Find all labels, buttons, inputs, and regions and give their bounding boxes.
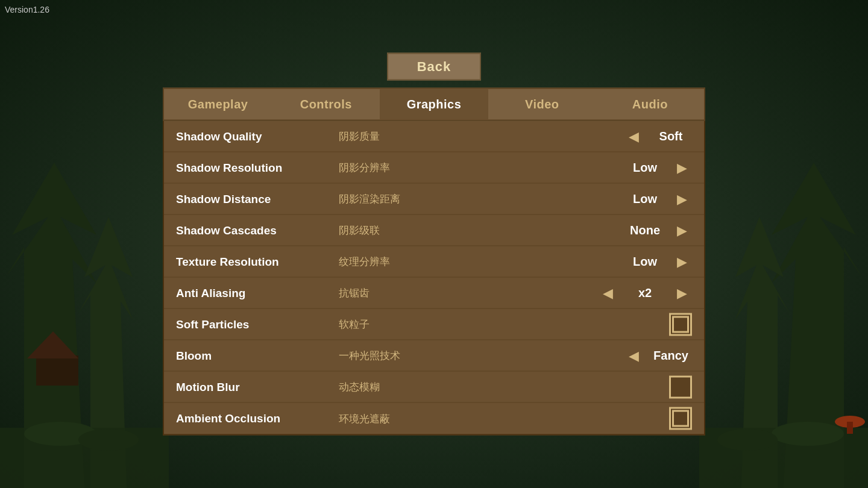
setting-row-shadow-distance: Shadow Distance 阴影渲染距离 Low: [164, 184, 704, 215]
tab-gameplay[interactable]: Gameplay: [164, 89, 272, 120]
settings-panel: Shadow Quality 阴影质量 Soft Shadow Resoluti…: [163, 121, 705, 436]
svg-point-12: [772, 422, 844, 446]
shadow-quality-value: Soft: [650, 130, 692, 143]
anti-aliasing-right-arrow[interactable]: [672, 283, 692, 303]
setting-name-shadow-quality: Shadow Quality: [176, 130, 333, 143]
motion-blur-checkbox[interactable]: [669, 375, 692, 398]
tab-video[interactable]: Video: [488, 89, 596, 120]
center-panel: Back Gameplay Controls Graphics Video Au…: [163, 53, 705, 436]
shadow-cascades-value: None: [624, 224, 666, 237]
tab-controls[interactable]: Controls: [272, 89, 380, 120]
setting-chinese-shadow-resolution: 阴影分辨率: [333, 161, 583, 175]
setting-control-bloom: Fancy: [583, 345, 692, 366]
setting-row-shadow-resolution: Shadow Resolution 阴影分辨率 Low: [164, 152, 704, 184]
soft-particles-checkbox[interactable]: [669, 313, 692, 336]
shadow-resolution-value: Low: [624, 161, 666, 175]
setting-row-shadow-quality: Shadow Quality 阴影质量 Soft: [164, 121, 704, 152]
svg-point-7: [78, 429, 139, 451]
version-label: Version1.26: [5, 5, 49, 14]
tab-bar: Gameplay Controls Graphics Video Audio: [163, 88, 705, 121]
texture-resolution-right-arrow[interactable]: [672, 251, 692, 272]
setting-control-shadow-cascades: None: [583, 220, 692, 240]
setting-control-shadow-resolution: Low: [583, 157, 692, 178]
svg-rect-3: [36, 355, 78, 386]
setting-chinese-shadow-distance: 阴影渲染距离: [333, 192, 583, 206]
shadow-quality-left-arrow[interactable]: [624, 126, 644, 146]
trees-right: [699, 127, 868, 488]
setting-control-anti-aliasing: x2: [583, 283, 692, 303]
setting-control-shadow-distance: Low: [583, 189, 692, 209]
setting-name-soft-particles: Soft Particles: [176, 318, 333, 331]
setting-chinese-shadow-cascades: 阴影级联: [333, 224, 583, 237]
setting-control-soft-particles: [583, 313, 692, 336]
texture-resolution-value: Low: [624, 255, 666, 269]
ambient-occlusion-checkbox[interactable]: [669, 407, 692, 430]
tab-audio[interactable]: Audio: [596, 89, 704, 120]
setting-control-motion-blur: [583, 375, 692, 398]
setting-name-shadow-resolution: Shadow Resolution: [176, 161, 333, 174]
setting-row-soft-particles: Soft Particles 软粒子: [164, 309, 704, 340]
trees-left: [0, 127, 169, 488]
tab-graphics[interactable]: Graphics: [380, 89, 488, 120]
bloom-left-arrow[interactable]: [624, 345, 644, 366]
setting-chinese-shadow-quality: 阴影质量: [333, 130, 583, 143]
setting-control-texture-resolution: Low: [583, 251, 692, 272]
setting-row-shadow-cascades: Shadow Cascades 阴影级联 None: [164, 215, 704, 246]
anti-aliasing-left-arrow[interactable]: [598, 283, 618, 303]
svg-rect-15: [847, 422, 853, 434]
setting-row-texture-resolution: Texture Resolution 纹理分辨率 Low: [164, 246, 704, 278]
setting-name-ambient-occlusion: Ambient Occlusion: [176, 412, 333, 425]
setting-chinese-motion-blur: 动态模糊: [333, 380, 583, 394]
setting-chinese-texture-resolution: 纹理分辨率: [333, 255, 583, 269]
setting-row-anti-aliasing: Anti Aliasing 抗锯齿 x2: [164, 278, 704, 309]
setting-chinese-soft-particles: 软粒子: [333, 318, 583, 331]
setting-chinese-bloom: 一种光照技术: [333, 349, 583, 363]
setting-row-motion-blur: Motion Blur 动态模糊: [164, 372, 704, 403]
setting-chinese-ambient-occlusion: 环境光遮蔽: [333, 411, 583, 425]
setting-name-motion-blur: Motion Blur: [176, 380, 333, 393]
setting-name-shadow-cascades: Shadow Cascades: [176, 224, 333, 237]
anti-aliasing-value: x2: [624, 286, 666, 300]
shadow-resolution-right-arrow[interactable]: [672, 157, 692, 178]
setting-name-texture-resolution: Texture Resolution: [176, 255, 333, 268]
setting-name-shadow-distance: Shadow Distance: [176, 192, 333, 205]
svg-point-13: [717, 429, 778, 451]
setting-control-shadow-quality: Soft: [583, 126, 692, 146]
shadow-distance-right-arrow[interactable]: [672, 189, 692, 209]
setting-control-ambient-occlusion: [583, 407, 692, 430]
shadow-cascades-right-arrow[interactable]: [672, 220, 692, 240]
bloom-value: Fancy: [650, 349, 692, 363]
setting-chinese-anti-aliasing: 抗锯齿: [333, 286, 583, 300]
setting-name-bloom: Bloom: [176, 349, 333, 362]
setting-row-bloom: Bloom 一种光照技术 Fancy: [164, 340, 704, 372]
shadow-distance-value: Low: [624, 192, 666, 206]
setting-name-anti-aliasing: Anti Aliasing: [176, 286, 333, 299]
back-button[interactable]: Back: [387, 53, 482, 81]
setting-row-ambient-occlusion: Ambient Occlusion 环境光遮蔽: [164, 403, 704, 434]
